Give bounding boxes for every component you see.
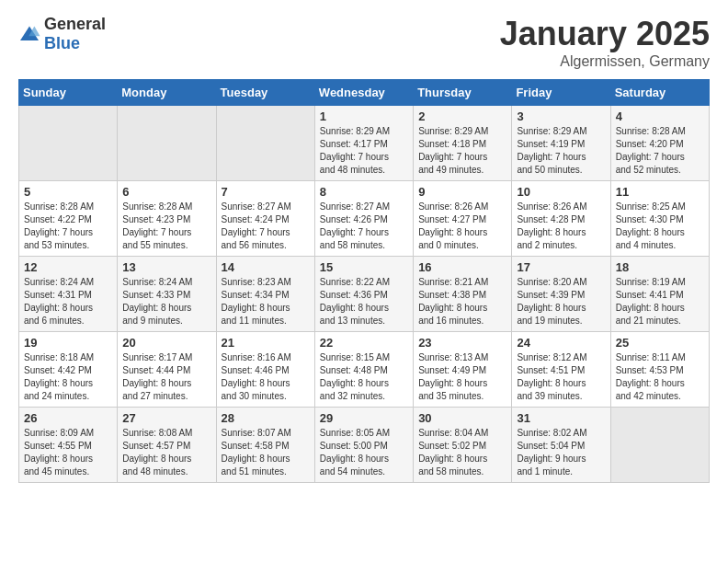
day-number: 27 bbox=[122, 411, 210, 425]
day-content: Sunrise: 8:28 AM Sunset: 4:22 PM Dayligh… bbox=[24, 201, 112, 252]
day-content: Sunrise: 8:29 AM Sunset: 4:19 PM Dayligh… bbox=[517, 125, 605, 177]
calendar-cell: 14Sunrise: 8:23 AM Sunset: 4:34 PM Dayli… bbox=[216, 257, 314, 332]
calendar-cell: 30Sunrise: 8:04 AM Sunset: 5:02 PM Dayli… bbox=[414, 408, 512, 483]
calendar-title: January 2025 bbox=[500, 15, 710, 53]
calendar-cell: 27Sunrise: 8:08 AM Sunset: 4:57 PM Dayli… bbox=[118, 408, 216, 483]
calendar-cell: 15Sunrise: 8:22 AM Sunset: 4:36 PM Dayli… bbox=[314, 257, 413, 332]
day-number: 16 bbox=[418, 260, 506, 274]
calendar-cell: 20Sunrise: 8:17 AM Sunset: 4:44 PM Dayli… bbox=[118, 332, 216, 408]
calendar-cell: 18Sunrise: 8:19 AM Sunset: 4:41 PM Dayli… bbox=[610, 257, 709, 332]
day-number: 21 bbox=[222, 336, 310, 350]
calendar-cell bbox=[118, 106, 216, 181]
day-number: 28 bbox=[222, 411, 310, 425]
day-number: 17 bbox=[517, 260, 605, 274]
day-content: Sunrise: 8:26 AM Sunset: 4:27 PM Dayligh… bbox=[418, 201, 506, 252]
day-number: 30 bbox=[418, 411, 506, 425]
day-header-wednesday: Wednesday bbox=[314, 80, 413, 106]
logo: General Blue bbox=[18, 15, 106, 53]
logo-text: General Blue bbox=[44, 15, 106, 53]
day-number: 23 bbox=[418, 336, 506, 350]
calendar-cell: 9Sunrise: 8:26 AM Sunset: 4:27 PM Daylig… bbox=[414, 181, 512, 257]
logo-icon bbox=[18, 25, 40, 43]
calendar-cell bbox=[610, 408, 709, 483]
day-number: 26 bbox=[24, 411, 112, 425]
logo-general: General bbox=[44, 15, 106, 33]
day-number: 18 bbox=[616, 260, 704, 274]
day-header-friday: Friday bbox=[512, 80, 610, 106]
calendar-header-row: SundayMondayTuesdayWednesdayThursdayFrid… bbox=[19, 80, 710, 106]
calendar-cell: 17Sunrise: 8:20 AM Sunset: 4:39 PM Dayli… bbox=[512, 257, 610, 332]
day-header-saturday: Saturday bbox=[610, 80, 709, 106]
day-number: 12 bbox=[24, 260, 112, 274]
day-number: 7 bbox=[222, 185, 310, 199]
day-content: Sunrise: 8:27 AM Sunset: 4:24 PM Dayligh… bbox=[222, 201, 310, 252]
day-content: Sunrise: 8:18 AM Sunset: 4:42 PM Dayligh… bbox=[24, 351, 112, 403]
day-content: Sunrise: 8:09 AM Sunset: 4:55 PM Dayligh… bbox=[24, 427, 112, 478]
day-content: Sunrise: 8:02 AM Sunset: 5:04 PM Dayligh… bbox=[517, 427, 605, 478]
calendar-cell: 22Sunrise: 8:15 AM Sunset: 4:48 PM Dayli… bbox=[314, 332, 413, 408]
calendar-cell: 28Sunrise: 8:07 AM Sunset: 4:58 PM Dayli… bbox=[216, 408, 314, 483]
calendar-cell: 26Sunrise: 8:09 AM Sunset: 4:55 PM Dayli… bbox=[19, 408, 118, 483]
day-content: Sunrise: 8:29 AM Sunset: 4:18 PM Dayligh… bbox=[418, 125, 506, 177]
day-content: Sunrise: 8:20 AM Sunset: 4:39 PM Dayligh… bbox=[517, 276, 605, 327]
calendar-cell: 16Sunrise: 8:21 AM Sunset: 4:38 PM Dayli… bbox=[414, 257, 512, 332]
day-content: Sunrise: 8:27 AM Sunset: 4:26 PM Dayligh… bbox=[320, 201, 408, 252]
page-header: General Blue January 2025 Algermissen, G… bbox=[18, 15, 710, 70]
day-number: 31 bbox=[517, 411, 605, 425]
day-content: Sunrise: 8:19 AM Sunset: 4:41 PM Dayligh… bbox=[616, 276, 704, 327]
day-content: Sunrise: 8:22 AM Sunset: 4:36 PM Dayligh… bbox=[320, 276, 408, 327]
calendar-week-row: 26Sunrise: 8:09 AM Sunset: 4:55 PM Dayli… bbox=[19, 408, 710, 483]
logo-blue: Blue bbox=[44, 34, 80, 52]
day-content: Sunrise: 8:08 AM Sunset: 4:57 PM Dayligh… bbox=[122, 427, 210, 478]
day-number: 22 bbox=[320, 336, 408, 350]
calendar-cell: 13Sunrise: 8:24 AM Sunset: 4:33 PM Dayli… bbox=[118, 257, 216, 332]
day-header-monday: Monday bbox=[118, 80, 216, 106]
calendar-cell: 31Sunrise: 8:02 AM Sunset: 5:04 PM Dayli… bbox=[512, 408, 610, 483]
calendar-cell: 10Sunrise: 8:26 AM Sunset: 4:28 PM Dayli… bbox=[512, 181, 610, 257]
day-content: Sunrise: 8:13 AM Sunset: 4:49 PM Dayligh… bbox=[418, 351, 506, 403]
day-number: 5 bbox=[24, 185, 112, 199]
calendar-week-row: 19Sunrise: 8:18 AM Sunset: 4:42 PM Dayli… bbox=[19, 332, 710, 408]
day-content: Sunrise: 8:26 AM Sunset: 4:28 PM Dayligh… bbox=[517, 201, 605, 252]
day-number: 8 bbox=[320, 185, 408, 199]
day-header-tuesday: Tuesday bbox=[216, 80, 314, 106]
day-number: 10 bbox=[517, 185, 605, 199]
day-number: 1 bbox=[320, 109, 408, 123]
day-number: 6 bbox=[122, 185, 210, 199]
calendar-location: Algermissen, Germany bbox=[500, 53, 710, 70]
day-content: Sunrise: 8:11 AM Sunset: 4:53 PM Dayligh… bbox=[616, 351, 704, 403]
day-header-sunday: Sunday bbox=[19, 80, 118, 106]
day-number: 9 bbox=[418, 185, 506, 199]
day-number: 19 bbox=[24, 336, 112, 350]
calendar-cell: 23Sunrise: 8:13 AM Sunset: 4:49 PM Dayli… bbox=[414, 332, 512, 408]
calendar-week-row: 12Sunrise: 8:24 AM Sunset: 4:31 PM Dayli… bbox=[19, 257, 710, 332]
calendar-cell: 3Sunrise: 8:29 AM Sunset: 4:19 PM Daylig… bbox=[512, 106, 610, 181]
calendar-cell: 5Sunrise: 8:28 AM Sunset: 4:22 PM Daylig… bbox=[19, 181, 118, 257]
day-content: Sunrise: 8:07 AM Sunset: 4:58 PM Dayligh… bbox=[222, 427, 310, 478]
calendar-cell: 19Sunrise: 8:18 AM Sunset: 4:42 PM Dayli… bbox=[19, 332, 118, 408]
day-number: 24 bbox=[517, 336, 605, 350]
day-number: 13 bbox=[122, 260, 210, 274]
calendar-cell: 8Sunrise: 8:27 AM Sunset: 4:26 PM Daylig… bbox=[314, 181, 413, 257]
day-number: 2 bbox=[418, 109, 506, 123]
day-content: Sunrise: 8:21 AM Sunset: 4:38 PM Dayligh… bbox=[418, 276, 506, 327]
day-number: 15 bbox=[320, 260, 408, 274]
title-block: January 2025 Algermissen, Germany bbox=[500, 15, 710, 70]
day-number: 14 bbox=[222, 260, 310, 274]
calendar-cell: 4Sunrise: 8:28 AM Sunset: 4:20 PM Daylig… bbox=[610, 106, 709, 181]
day-number: 29 bbox=[320, 411, 408, 425]
calendar-cell: 21Sunrise: 8:16 AM Sunset: 4:46 PM Dayli… bbox=[216, 332, 314, 408]
day-content: Sunrise: 8:12 AM Sunset: 4:51 PM Dayligh… bbox=[517, 351, 605, 403]
calendar-week-row: 1Sunrise: 8:29 AM Sunset: 4:17 PM Daylig… bbox=[19, 106, 710, 181]
day-content: Sunrise: 8:15 AM Sunset: 4:48 PM Dayligh… bbox=[320, 351, 408, 403]
day-content: Sunrise: 8:23 AM Sunset: 4:34 PM Dayligh… bbox=[222, 276, 310, 327]
day-header-thursday: Thursday bbox=[414, 80, 512, 106]
calendar-week-row: 5Sunrise: 8:28 AM Sunset: 4:22 PM Daylig… bbox=[19, 181, 710, 257]
day-content: Sunrise: 8:17 AM Sunset: 4:44 PM Dayligh… bbox=[122, 351, 210, 403]
calendar-cell: 25Sunrise: 8:11 AM Sunset: 4:53 PM Dayli… bbox=[610, 332, 709, 408]
calendar-cell: 12Sunrise: 8:24 AM Sunset: 4:31 PM Dayli… bbox=[19, 257, 118, 332]
calendar-cell bbox=[216, 106, 314, 181]
calendar-cell: 2Sunrise: 8:29 AM Sunset: 4:18 PM Daylig… bbox=[414, 106, 512, 181]
calendar-cell: 6Sunrise: 8:28 AM Sunset: 4:23 PM Daylig… bbox=[118, 181, 216, 257]
day-content: Sunrise: 8:24 AM Sunset: 4:33 PM Dayligh… bbox=[122, 276, 210, 327]
